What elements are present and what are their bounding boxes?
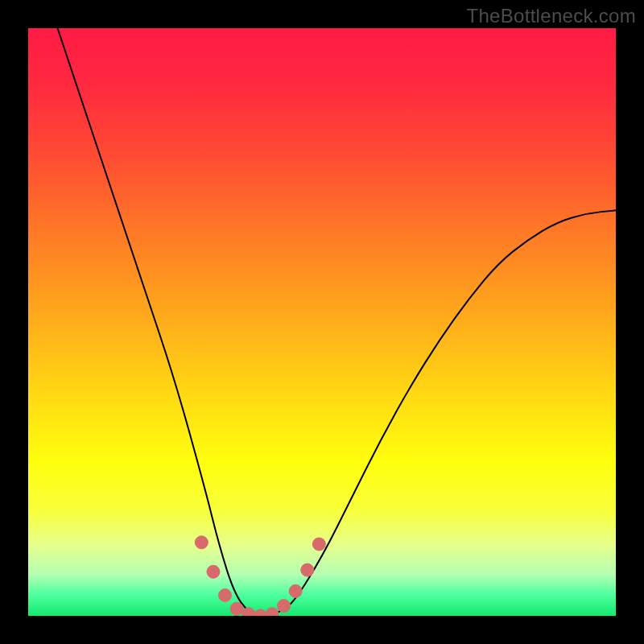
chart-frame: TheBottleneck.com	[0, 0, 644, 644]
curve-layer	[28, 28, 616, 616]
highlight-marker	[312, 538, 325, 551]
highlight-marker	[219, 588, 232, 601]
highlight-marker	[230, 602, 243, 615]
highlight-marker	[278, 600, 291, 613]
highlight-marker	[301, 564, 314, 576]
highlight-marker	[254, 609, 266, 616]
highlight-marker	[195, 536, 208, 549]
highlight-marker	[207, 565, 220, 578]
plot-area	[28, 28, 616, 616]
highlight-marker	[242, 608, 255, 616]
bottleneck-curve	[58, 28, 617, 615]
marker-group	[195, 536, 325, 616]
highlight-marker	[289, 584, 302, 597]
watermark-text: TheBottleneck.com	[466, 5, 636, 27]
highlight-marker	[266, 608, 279, 616]
